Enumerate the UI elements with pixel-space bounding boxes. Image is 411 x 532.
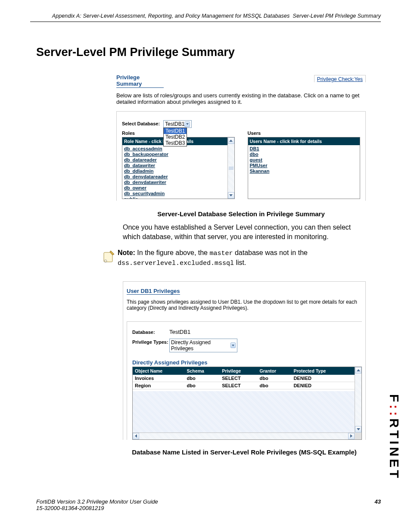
role-link[interactable]: db_owner — [124, 185, 233, 190]
fig1-caption: Server-Level Database Selection in Privi… — [116, 210, 366, 218]
scroll-down-icon[interactable] — [355, 426, 361, 432]
fig2-heading: User DB1 Privileges — [127, 288, 180, 295]
select-db-value: TestDB1 — [165, 121, 184, 127]
table-row: Region dbo SELECT dbo DENIED — [133, 382, 361, 389]
note-label: Note: — [118, 249, 135, 256]
page-title: Server-Level PM Privilege Summary — [36, 46, 381, 59]
user-link[interactable]: Skannan — [250, 168, 358, 174]
privilege-summary-box: Select Database: TestDB1 TestDB1 TestDB2… — [116, 111, 366, 201]
header-right: Server-Level PM Privilege Summary — [293, 13, 381, 19]
fig1-intro: Below are lists of roles/groups and user… — [116, 92, 366, 105]
paragraph-1: Once you have established a Server Level… — [123, 223, 366, 241]
role-link[interactable]: db_denydatawriter — [124, 180, 233, 185]
svg-rect-0 — [104, 252, 112, 262]
page-number: 43 — [375, 498, 381, 511]
user-link[interactable]: guest — [250, 157, 358, 162]
fig1-heading: Privilege Summary — [116, 74, 164, 88]
scroll-grip-icon[interactable] — [229, 166, 234, 170]
chevron-down-icon — [230, 342, 236, 348]
col-header: Schema — [185, 367, 220, 375]
footer-line1: FortiDB Version 3.2 Privilege Monitor Us… — [36, 498, 158, 505]
header-left: Appendix A: Server-Level Assessment, Rep… — [52, 13, 290, 19]
scroll-right-icon[interactable] — [348, 433, 355, 439]
db-option[interactable]: TestDB1 — [164, 128, 187, 134]
note-text: list. — [234, 259, 246, 266]
role-link[interactable]: db_datawriter — [124, 163, 233, 168]
scroll-up-icon[interactable] — [228, 137, 234, 144]
role-link[interactable]: db_securityadmin — [124, 191, 233, 196]
users-listbox: Users Name - click link for details DB1 … — [248, 137, 361, 199]
page-footer: FortiDB Version 3.2 Privilege Monitor Us… — [36, 498, 381, 511]
privilege-types-value: Directly Assigned Privileges — [171, 339, 230, 352]
user-link[interactable]: dbo — [250, 152, 358, 157]
fortinet-logo: F::RTINET — [393, 388, 402, 487]
note-text: database was not in the — [233, 249, 307, 256]
user-link[interactable]: PMUser — [250, 163, 358, 168]
fig2-db-label: Database: — [132, 329, 169, 335]
table-row: Invoices dbo SELECT dbo DENIED — [133, 375, 361, 382]
col-header: Grantor — [258, 367, 292, 375]
users-label: Users — [248, 131, 361, 136]
db-option[interactable]: TestDB3 — [164, 140, 187, 146]
select-db-options[interactable]: TestDB1 TestDB2 TestDB3 — [163, 128, 187, 146]
roles-scrollbar[interactable] — [227, 137, 234, 199]
fig2-subheading: Directly Assigned Privileges — [132, 359, 362, 366]
fig2-type-label: Privilege Types: — [132, 339, 169, 352]
col-header: Object Name — [133, 367, 185, 375]
scroll-up-icon[interactable] — [355, 367, 361, 373]
role-link[interactable]: public — [124, 196, 233, 199]
privilege-types-dropdown[interactable]: Directly Assigned Privileges — [169, 339, 237, 352]
chevron-down-icon — [184, 121, 190, 127]
col-header: Protected Type — [291, 367, 361, 375]
select-db-label: Select Database: — [122, 120, 163, 126]
note-code: master — [209, 250, 233, 257]
role-link[interactable]: db_accessadmin — [124, 146, 233, 151]
note-text: In the figure above, the — [137, 249, 209, 256]
select-db-dropdown[interactable]: TestDB1 — [163, 120, 192, 128]
privilege-check-link[interactable]: Privilege Check:Yes — [314, 75, 366, 82]
footer-line2: 15-32000-81364-20081219 — [36, 505, 104, 511]
user-link[interactable]: DB1 — [250, 146, 358, 151]
col-header: Privilege — [220, 367, 257, 375]
scroll-corner — [355, 432, 361, 439]
scroll-left-icon[interactable] — [133, 433, 139, 439]
fig2-container: User DB1 Privileges This page shows priv… — [123, 281, 366, 440]
db-option[interactable]: TestDB2 — [164, 134, 187, 140]
role-link[interactable]: db_denydatareader — [124, 174, 233, 179]
privileges-table: Object Name Schema Privilege Grantor Pro… — [132, 367, 362, 440]
fig2-db-value: TestDB1 — [169, 329, 190, 335]
role-link[interactable]: db_ddladmin — [124, 168, 233, 174]
note-block: Note: In the figure above, the master da… — [101, 248, 366, 268]
fig2-desc: This page shows privileges assigned to U… — [127, 299, 362, 311]
scroll-down-icon[interactable] — [228, 192, 234, 199]
empty-hatch-area — [133, 391, 355, 432]
h-scrollbar[interactable] — [133, 432, 361, 439]
role-link[interactable]: db_datareader — [124, 157, 233, 162]
role-link[interactable]: db_backupoperator — [124, 152, 233, 157]
fig2-caption: Database Name Listed in Server-Level Rol… — [123, 448, 366, 456]
v-scrollbar[interactable] — [355, 367, 361, 432]
users-list-header: Users Name - click link for details — [248, 137, 360, 145]
running-header: Appendix A: Server-Level Assessment, Rep… — [30, 13, 381, 22]
note-icon — [101, 248, 118, 268]
note-code: dss.serverlevel.excluded.mssql — [118, 260, 234, 267]
